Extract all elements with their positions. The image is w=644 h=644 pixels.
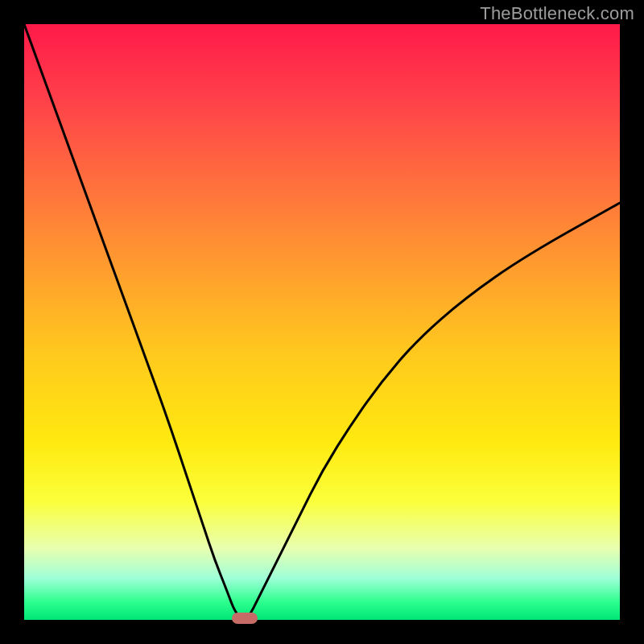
chart-frame: TheBottleneck.com [0, 0, 644, 644]
optimal-marker [232, 613, 258, 624]
watermark-label: TheBottleneck.com [480, 3, 634, 24]
bottleneck-curve [24, 24, 620, 618]
chart-plot-area [24, 24, 620, 620]
chart-svg [24, 24, 620, 620]
